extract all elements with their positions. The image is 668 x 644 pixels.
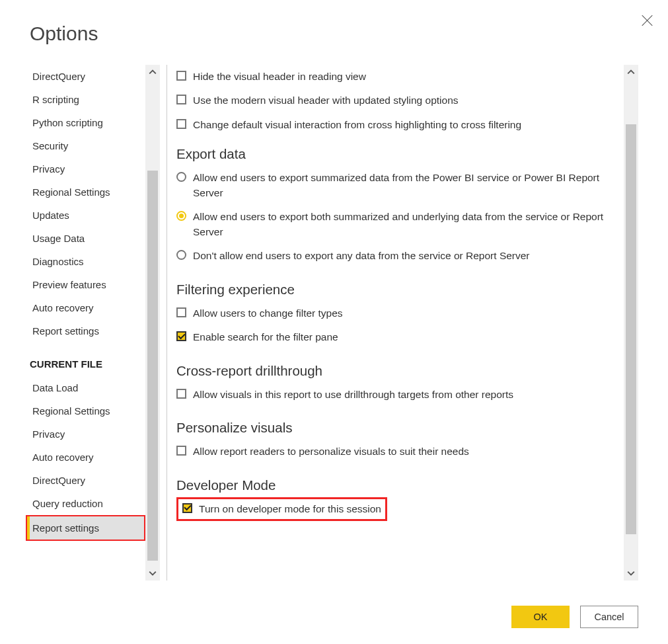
checkbox-personalize-visuals[interactable]: Allow report readers to personalize visu… — [176, 440, 620, 463]
sidebar-item-diagnostics[interactable]: Diagnostics — [30, 250, 145, 273]
checkbox-modern-visual-header[interactable]: Use the modern visual header with update… — [176, 89, 620, 112]
checkbox-icon — [176, 95, 186, 104]
sidebar-item-data-load[interactable]: Data Load — [30, 376, 145, 399]
section-header-cross-report: Cross-report drillthrough — [176, 363, 620, 379]
content-panel: Hide the visual header in reading view U… — [176, 65, 624, 581]
cancel-button[interactable]: Cancel — [580, 606, 638, 628]
sidebar-item-report-settings-file[interactable]: Report settings — [26, 515, 145, 541]
scroll-thumb[interactable] — [147, 171, 158, 561]
content-scrollbar[interactable] — [624, 65, 638, 581]
sidebar-item-r-scripting[interactable]: R scripting — [30, 88, 145, 111]
checkbox-label: Change default visual interaction from c… — [193, 118, 521, 132]
radio-label: Allow end users to export summarized dat… — [193, 171, 620, 200]
checkbox-icon — [182, 503, 192, 513]
radio-export-none[interactable]: Don't allow end users to export any data… — [176, 244, 620, 268]
scroll-up-icon[interactable] — [145, 65, 160, 79]
checkbox-default-interaction[interactable]: Change default visual interaction from c… — [176, 113, 620, 137]
checkbox-icon — [176, 331, 186, 341]
radio-icon — [176, 172, 186, 182]
sidebar-item-security[interactable]: Security — [30, 134, 145, 157]
radio-label: Don't allow end users to export any data… — [193, 249, 530, 263]
section-header-personalize: Personalize visuals — [176, 420, 620, 436]
close-icon[interactable] — [642, 15, 653, 26]
checkbox-icon — [176, 446, 186, 456]
checkbox-label: Turn on developer mode for this session — [199, 502, 381, 516]
radio-icon — [176, 211, 186, 221]
sidebar-item-directquery-file[interactable]: DirectQuery — [30, 469, 145, 492]
scroll-down-icon[interactable] — [624, 566, 638, 581]
divider — [167, 65, 167, 581]
sidebar-section-header: CURRENT FILE — [30, 342, 145, 376]
checkbox-cross-report-drillthrough[interactable]: Allow visuals in this report to use dril… — [176, 383, 620, 407]
radio-export-summarized[interactable]: Allow end users to export summarized dat… — [176, 166, 620, 205]
dialog-title: Options — [30, 22, 638, 45]
sidebar-item-query-reduction[interactable]: Query reduction — [30, 492, 145, 515]
checkbox-icon — [176, 119, 186, 129]
checkbox-label: Hide the visual header in reading view — [193, 69, 366, 84]
radio-label: Allow end users to export both summarize… — [193, 210, 620, 239]
scroll-up-icon[interactable] — [624, 65, 638, 79]
radio-export-both[interactable]: Allow end users to export both summarize… — [176, 205, 620, 244]
checkbox-hide-visual-header[interactable]: Hide the visual header in reading view — [176, 65, 620, 89]
sidebar-item-regional-settings-file[interactable]: Regional Settings — [30, 399, 145, 423]
highlight-developer-mode: Turn on developer mode for this session — [176, 497, 387, 521]
scroll-down-icon[interactable] — [145, 566, 160, 581]
checkbox-developer-mode[interactable]: Turn on developer mode for this session — [182, 502, 381, 516]
sidebar-item-preview-features[interactable]: Preview features — [30, 273, 145, 296]
checkbox-label: Enable search for the filter pane — [193, 330, 338, 344]
ok-button[interactable]: OK — [511, 606, 570, 628]
sidebar-item-updates[interactable]: Updates — [30, 204, 145, 227]
sidebar-item-directquery[interactable]: DirectQuery — [30, 65, 145, 88]
sidebar-item-usage-data[interactable]: Usage Data — [30, 227, 145, 250]
checkbox-icon — [176, 389, 186, 399]
sidebar: DirectQuery R scripting Python scripting… — [30, 65, 160, 581]
checkbox-label: Allow report readers to personalize visu… — [193, 444, 469, 459]
sidebar-scrollbar[interactable] — [145, 65, 160, 581]
sidebar-item-regional-settings[interactable]: Regional Settings — [30, 181, 145, 204]
checkbox-label: Allow visuals in this report to use dril… — [193, 387, 513, 402]
checkbox-filter-search[interactable]: Enable search for the filter pane — [176, 325, 620, 349]
sidebar-list: DirectQuery R scripting Python scripting… — [30, 65, 145, 581]
checkbox-icon — [176, 307, 186, 317]
sidebar-item-auto-recovery[interactable]: Auto recovery — [30, 296, 145, 319]
checkbox-label: Use the modern visual header with update… — [193, 93, 459, 108]
section-header-filtering: Filtering experience — [176, 282, 620, 298]
sidebar-item-auto-recovery-file[interactable]: Auto recovery — [30, 446, 145, 469]
dialog-footer: OK Cancel — [511, 606, 638, 628]
checkbox-filter-types[interactable]: Allow users to change filter types — [176, 302, 620, 325]
scroll-thumb[interactable] — [626, 124, 636, 534]
radio-icon — [176, 250, 186, 260]
sidebar-item-report-settings-global[interactable]: Report settings — [30, 319, 145, 342]
checkbox-label: Allow users to change filter types — [193, 306, 343, 321]
section-header-developer-mode: Developer Mode — [176, 477, 620, 493]
checkbox-icon — [176, 71, 186, 81]
sidebar-item-privacy[interactable]: Privacy — [30, 157, 145, 181]
sidebar-item-privacy-file[interactable]: Privacy — [30, 423, 145, 446]
sidebar-item-python-scripting[interactable]: Python scripting — [30, 111, 145, 134]
section-header-export-data: Export data — [176, 146, 620, 162]
